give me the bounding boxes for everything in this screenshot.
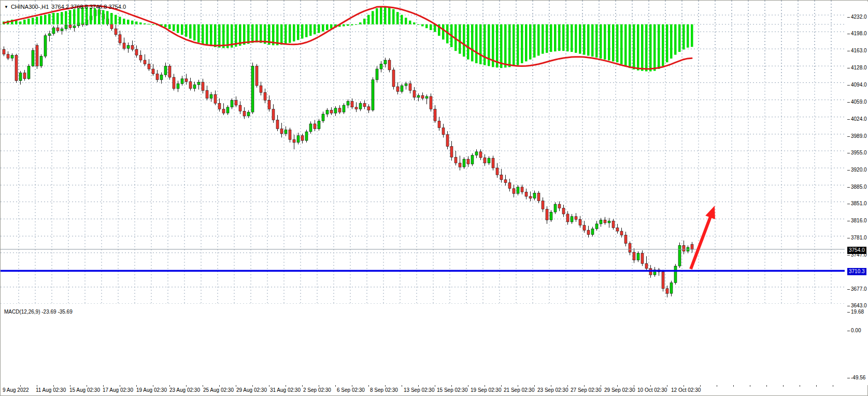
macd-axis-label: 0.00 xyxy=(851,328,861,333)
macd-histogram-bar xyxy=(152,24,154,25)
macd-histogram-bar xyxy=(600,24,602,59)
time-axis[interactable]: 9 Aug 202211 Aug 02:3015 Aug 02:3017 Aug… xyxy=(2,385,847,395)
macd-histogram-bar xyxy=(189,24,192,39)
candle xyxy=(264,92,266,100)
macd-histogram-bar xyxy=(131,21,134,24)
macd-histogram-bar xyxy=(653,24,656,71)
time-tick xyxy=(451,385,452,387)
candle xyxy=(430,96,432,109)
macd-histogram-bar xyxy=(537,24,540,55)
macd-histogram-bar xyxy=(409,21,411,24)
candle xyxy=(637,253,639,260)
price-tick xyxy=(847,17,850,18)
time-tick xyxy=(219,385,220,387)
price-axis-label: 4198.0 xyxy=(851,31,867,36)
time-axis-label: 29 Sep 02:30 xyxy=(604,387,635,393)
macd-histogram-bar xyxy=(106,11,109,24)
candle xyxy=(235,101,237,106)
macd-histogram-bar xyxy=(417,24,420,25)
macd-histogram-bar xyxy=(144,23,146,24)
macd-histogram-bar xyxy=(587,24,590,55)
candle xyxy=(351,101,353,107)
macd-histogram-bar xyxy=(280,24,283,45)
time-tick xyxy=(252,385,253,387)
time-tick xyxy=(203,385,203,387)
candle xyxy=(682,246,685,251)
macd-histogram-bar xyxy=(222,24,225,48)
price-axis-label: 4232.0 xyxy=(851,14,867,20)
time-axis-label: 21 Sep 02:30 xyxy=(504,387,535,393)
macd-histogram-bar xyxy=(372,11,374,24)
time-tick xyxy=(485,385,485,387)
macd-histogram-bar xyxy=(260,24,262,43)
ohlc-values: 3764.2 3768.8 3746.8 3754.0 xyxy=(51,4,126,10)
symbol-dropdown-icon[interactable]: ▼ xyxy=(4,5,8,9)
time-axis-label: 23 Sep 02:30 xyxy=(537,387,568,393)
price-axis[interactable]: 4232.04198.04163.04128.04094.04059.04024… xyxy=(847,2,868,385)
macd-histogram-bar xyxy=(56,13,59,24)
macd-histogram-bar xyxy=(367,15,370,24)
time-axis-label: 15 Sep 02:30 xyxy=(437,387,468,393)
trend-arrow-head[interactable] xyxy=(705,206,715,219)
candle xyxy=(363,103,366,107)
price-axis-label: 3816.0 xyxy=(851,218,867,223)
candle xyxy=(666,289,668,294)
time-tick xyxy=(302,385,303,387)
candle xyxy=(181,79,183,84)
macd-histogram-bar xyxy=(305,24,308,37)
time-tick xyxy=(468,385,468,387)
macd-histogram-bar xyxy=(641,24,644,71)
candle xyxy=(513,189,515,194)
macd-tick xyxy=(847,378,850,378)
macd-histogram-bar xyxy=(604,24,606,60)
macd-histogram-bar xyxy=(347,24,349,26)
macd-histogram-bar xyxy=(475,24,478,63)
macd-histogram-bar xyxy=(351,24,353,25)
macd-histogram-bar xyxy=(44,15,47,24)
candle xyxy=(318,121,320,129)
time-tick xyxy=(551,385,551,387)
time-tick xyxy=(750,385,750,387)
macd-histogram-bar xyxy=(633,24,635,69)
price-axis-label: 4163.0 xyxy=(851,48,867,53)
macd-histogram-bar xyxy=(517,24,519,65)
candle xyxy=(214,94,217,103)
candle xyxy=(575,217,577,220)
macd-histogram-bar xyxy=(135,22,138,25)
macd-axis-label: -49.56 xyxy=(851,375,865,380)
candle xyxy=(525,192,528,196)
macd-histogram-bar xyxy=(425,24,428,28)
macd-histogram-bar xyxy=(173,24,175,31)
macd-histogram-bar xyxy=(148,24,150,24)
time-tick xyxy=(186,385,187,387)
price-tick xyxy=(847,187,850,188)
macd-histogram-bar xyxy=(500,24,503,68)
candle xyxy=(587,230,590,235)
trend-arrow[interactable] xyxy=(691,216,711,269)
time-tick xyxy=(717,385,717,387)
candle xyxy=(210,94,212,98)
time-axis-label: 29 Aug 02:30 xyxy=(236,387,267,393)
candle xyxy=(247,112,250,116)
price-tick xyxy=(847,255,850,256)
macd-histogram-bar xyxy=(413,22,416,24)
price-axis-label: 3677.0 xyxy=(851,286,867,292)
time-tick xyxy=(766,385,767,387)
candle xyxy=(504,180,507,183)
price-tick xyxy=(847,51,850,51)
macd-histogram-bar xyxy=(616,24,619,62)
macd-histogram-bar xyxy=(77,8,80,24)
macd-histogram-bar xyxy=(318,24,320,33)
price-axis-label: 3989.0 xyxy=(851,133,867,139)
time-axis-label: 25 Aug 02:30 xyxy=(203,387,234,393)
macd-histogram-bar xyxy=(214,24,217,47)
time-axis-label: 19 Aug 02:30 xyxy=(136,387,167,393)
candle xyxy=(218,103,221,109)
macd-histogram-bar xyxy=(90,8,92,24)
macd-indicator-pane[interactable] xyxy=(1,305,846,383)
time-axis-label: 10 Oct 02:30 xyxy=(637,387,667,393)
price-axis-label: 4094.0 xyxy=(851,82,867,88)
hline-price-badge: 3710.3 xyxy=(847,268,866,275)
macd-histogram-bar xyxy=(139,22,142,24)
time-tick xyxy=(70,385,70,387)
